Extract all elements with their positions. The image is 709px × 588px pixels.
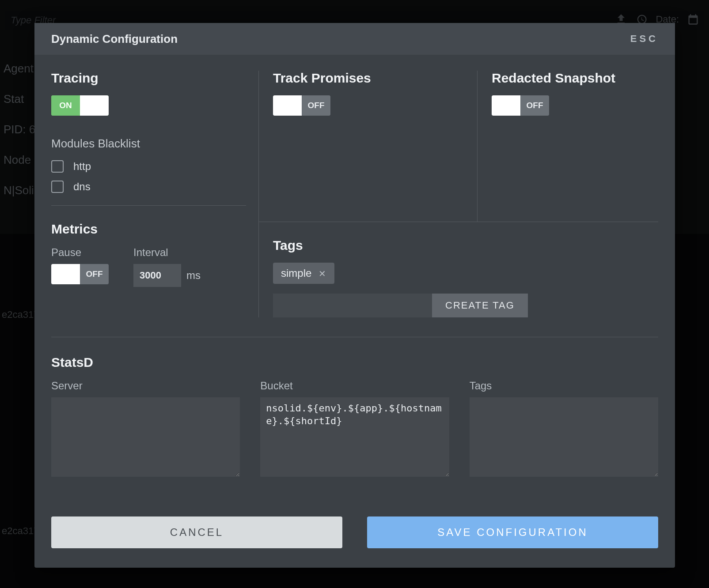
module-blacklist-label: dns: [73, 181, 91, 193]
toggle-off-label: OFF: [86, 269, 103, 279]
statsd-bucket-textarea[interactable]: [260, 397, 449, 477]
tags-section: Tags simple ✕ CREATE TAG: [259, 222, 658, 317]
module-blacklist-label: http: [73, 160, 91, 173]
statsd-section: StatsD Server Bucket Tags: [51, 355, 658, 477]
module-blacklist-checkbox-dns[interactable]: [51, 181, 64, 193]
module-blacklist-checkbox-http[interactable]: [51, 160, 64, 173]
create-tag-row: CREATE TAG: [273, 294, 658, 317]
toggle-off-label: OFF: [527, 101, 543, 110]
separator: [51, 337, 658, 337]
tag-chip: simple ✕: [273, 263, 334, 284]
metrics-title: Metrics: [51, 222, 246, 237]
create-tag-input[interactable]: [273, 294, 432, 317]
cancel-button[interactable]: CANCEL: [51, 516, 342, 548]
statsd-server-textarea[interactable]: [51, 397, 240, 477]
modules-blacklist-section: Modules Blacklist http dns: [51, 137, 246, 193]
track-promises-toggle[interactable]: OFF: [273, 95, 330, 116]
close-esc-button[interactable]: ESC: [630, 33, 658, 45]
statsd-bucket-col: Bucket: [260, 380, 449, 477]
tag-remove-icon[interactable]: ✕: [318, 269, 326, 277]
modal-footer: CANCEL SAVE CONFIGURATION: [34, 492, 675, 568]
redacted-snapshot-title: Redacted Snapshot: [492, 71, 658, 86]
metrics-interval-input[interactable]: [133, 264, 181, 287]
module-blacklist-row-dns: dns: [51, 181, 246, 193]
statsd-bucket-label: Bucket: [260, 380, 449, 392]
tags-title: Tags: [273, 238, 658, 253]
redacted-snapshot-section: Redacted Snapshot OFF: [478, 71, 658, 222]
track-promises-title: Track Promises: [273, 71, 463, 86]
save-configuration-button[interactable]: SAVE CONFIGURATION: [367, 516, 658, 548]
statsd-server-label: Server: [51, 380, 240, 392]
redacted-snapshot-toggle[interactable]: OFF: [492, 95, 549, 116]
modal-header: Dynamic Configuration ESC: [34, 23, 675, 55]
modules-blacklist-title: Modules Blacklist: [51, 137, 246, 151]
metrics-interval-unit: ms: [186, 269, 201, 282]
tag-chip-label: simple: [281, 267, 311, 279]
metrics-pause-toggle[interactable]: OFF: [51, 264, 109, 284]
statsd-tags-textarea[interactable]: [470, 397, 658, 477]
toggle-off-label: OFF: [308, 101, 325, 110]
metrics-interval-box: Interval ms: [133, 246, 201, 287]
modal-body: Tracing ON Modules Blacklist http dns: [34, 55, 675, 481]
statsd-server-col: Server: [51, 380, 240, 477]
create-tag-button[interactable]: CREATE TAG: [432, 294, 528, 317]
metrics-interval-label: Interval: [133, 246, 201, 259]
tracing-title: Tracing: [51, 71, 246, 86]
statsd-tags-col: Tags: [470, 380, 658, 477]
separator: [51, 205, 246, 206]
statsd-title: StatsD: [51, 355, 658, 370]
tracing-toggle[interactable]: ON: [51, 95, 109, 116]
dynamic-config-modal: Dynamic Configuration ESC Tracing ON Mod…: [34, 23, 675, 568]
statsd-tags-label: Tags: [470, 380, 658, 392]
tracing-section: Tracing ON Modules Blacklist http dns: [51, 71, 259, 222]
metrics-section: Metrics Pause OFF Interval ms: [51, 222, 259, 317]
tags-chip-row: simple ✕: [273, 263, 658, 284]
metrics-pause-label: Pause: [51, 246, 109, 259]
metrics-pause-box: Pause OFF: [51, 246, 109, 287]
modal-title: Dynamic Configuration: [51, 32, 178, 46]
track-promises-section: Track Promises OFF: [259, 71, 478, 222]
toggle-on-label: ON: [59, 101, 72, 110]
module-blacklist-row-http: http: [51, 160, 246, 173]
